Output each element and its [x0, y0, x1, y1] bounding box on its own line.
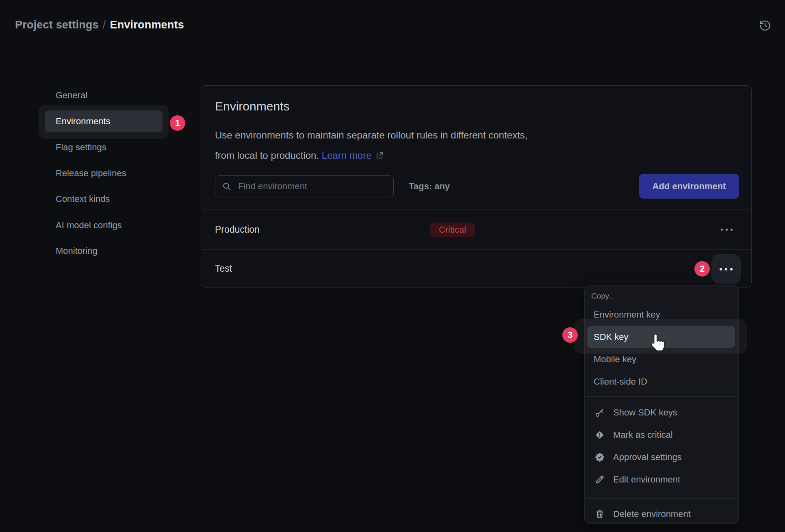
sidebar-item-general[interactable]: General	[56, 88, 87, 103]
sidebar-item-ai-model-configs[interactable]: AI model configs	[56, 218, 122, 233]
menu-item-environment-key[interactable]: Environment key	[585, 303, 738, 326]
sidebar-item-context-kinds[interactable]: Context kinds	[56, 192, 110, 206]
tags-filter-button[interactable]: Tags: any	[409, 175, 450, 197]
edit-pencil-icon	[594, 474, 605, 485]
annotation-step-2-badge: 2	[694, 261, 710, 277]
breadcrumb: Project settings/Environments	[15, 19, 184, 31]
sidebar-item-release-pipelines[interactable]: Release pipelines	[56, 166, 126, 181]
environment-name: Production	[215, 224, 260, 235]
sidebar-item-monitoring[interactable]: Monitoring	[56, 244, 98, 258]
menu-item-mark-as-critical[interactable]: Mark as critical	[585, 424, 738, 446]
sidebar-item-flag-settings[interactable]: Flag settings	[56, 140, 106, 155]
search-icon	[222, 182, 232, 191]
menu-item-sdk-key[interactable]: SDK key	[585, 326, 738, 348]
menu-item-delete-environment[interactable]: Delete environment	[585, 503, 738, 525]
menu-item-sdk-key-highlight[interactable]: SDK key	[587, 326, 735, 348]
annotation-step-3-badge: 3	[562, 327, 578, 343]
test-overflow-menu-button[interactable]	[711, 254, 741, 284]
learn-more-link[interactable]: Learn more	[322, 150, 384, 161]
environments-panel: Environments Use environments to maintai…	[201, 85, 752, 288]
sidebar-item-environments[interactable]: Environments	[56, 115, 111, 128]
menu-item-label: Show SDK keys	[613, 407, 677, 418]
panel-description: Use environments to maintain separate ro…	[215, 125, 530, 166]
critical-diamond-icon	[594, 430, 605, 440]
external-link-icon	[375, 151, 384, 160]
menu-group-label-copy: Copy...	[585, 289, 738, 303]
breadcrumb-section[interactable]: Project settings	[15, 19, 99, 31]
menu-item-label: Edit environment	[613, 474, 680, 485]
panel-title: Environments	[215, 99, 289, 113]
table-row-production[interactable]: Production	[215, 222, 260, 237]
menu-item-label: Mark as critical	[613, 430, 673, 440]
row-divider	[201, 209, 751, 210]
environment-name: Test	[215, 263, 232, 274]
trash-icon	[594, 509, 605, 519]
critical-badge: Critical	[430, 223, 475, 237]
add-environment-button[interactable]: Add environment	[639, 174, 739, 199]
overflow-menu-icon	[721, 229, 733, 231]
breadcrumb-separator: /	[103, 19, 106, 31]
annotation-step-1-badge: 1	[170, 115, 185, 131]
menu-item-mobile-key[interactable]: Mobile key	[585, 348, 738, 370]
environment-context-menu: Copy... Environment key SDK key Mobile k…	[584, 285, 739, 524]
row-divider	[201, 249, 751, 250]
search-input[interactable]	[237, 181, 387, 192]
menu-divider	[585, 396, 738, 397]
menu-item-client-side-id[interactable]: Client-side ID	[585, 370, 738, 393]
table-row-test[interactable]: Test	[215, 261, 232, 276]
menu-item-label: Approval settings	[613, 452, 682, 463]
approval-seal-icon	[594, 452, 605, 463]
key-icon	[594, 407, 605, 418]
history-button[interactable]	[757, 17, 774, 34]
history-icon	[759, 19, 772, 32]
menu-item-edit-environment[interactable]: Edit environment	[585, 468, 738, 491]
menu-item-label: Delete environment	[613, 509, 691, 519]
menu-item-show-sdk-keys[interactable]: Show SDK keys	[585, 401, 738, 424]
production-overflow-menu-button[interactable]	[718, 228, 735, 231]
menu-divider	[585, 498, 738, 499]
search-environment-field[interactable]	[215, 175, 394, 197]
page-title: Environments	[110, 19, 184, 31]
overflow-menu-icon	[720, 268, 733, 270]
menu-item-approval-settings[interactable]: Approval settings	[585, 446, 738, 468]
